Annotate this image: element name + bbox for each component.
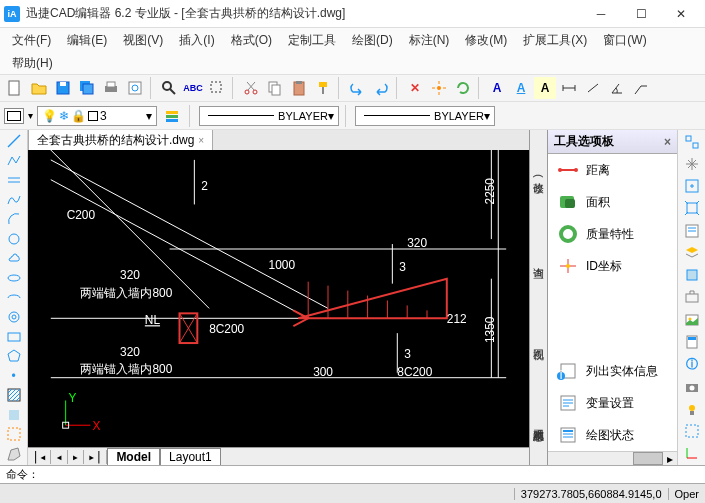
minimize-button[interactable]: ─ [581, 0, 621, 28]
menu-help[interactable]: 帮助(H) [4, 53, 61, 74]
palette-item-status[interactable]: 绘图状态 [548, 419, 677, 451]
color-picker[interactable] [4, 108, 24, 124]
layout-nav-last[interactable]: ▸| [84, 450, 107, 464]
print-button[interactable] [100, 77, 122, 99]
palette-item-list[interactable]: i 列出实体信息 [548, 355, 677, 387]
save-button[interactable] [52, 77, 74, 99]
block-button[interactable] [681, 266, 703, 285]
undo-button[interactable] [346, 77, 368, 99]
maximize-button[interactable]: ☐ [621, 0, 661, 28]
palette-item-mass[interactable]: 质量特性 [548, 218, 677, 250]
layer-manager-button[interactable] [161, 105, 183, 127]
lineweight-selector[interactable]: BYLAYER ▾ [355, 106, 495, 126]
select-rect-button[interactable] [681, 421, 703, 440]
dim-linear-button[interactable] [558, 77, 580, 99]
close-button[interactable]: ✕ [661, 0, 701, 28]
zoom-extents-button[interactable] [681, 199, 703, 218]
text-style-button[interactable]: A [510, 77, 532, 99]
cut-button[interactable] [240, 77, 262, 99]
text-A-button[interactable]: A [486, 77, 508, 99]
calc-button[interactable] [681, 332, 703, 351]
linetype-selector[interactable]: BYLAYER ▾ [199, 106, 339, 126]
layer-selector[interactable]: 💡 ❄ 🔒 3 ▾ [37, 106, 157, 126]
file-tab-close-icon[interactable]: × [198, 135, 204, 146]
saveall-button[interactable] [76, 77, 98, 99]
menu-window[interactable]: 窗口(W) [595, 30, 654, 51]
tool-palette-close-icon[interactable]: × [664, 135, 671, 149]
ellipse-tool[interactable] [2, 269, 26, 288]
menu-modify[interactable]: 修改(M) [457, 30, 515, 51]
region-tool[interactable] [2, 405, 26, 424]
new-button[interactable] [4, 77, 26, 99]
palette-item-distance[interactable]: 距离 [548, 154, 677, 186]
info-button[interactable]: ⓘ [681, 355, 703, 374]
menu-extension[interactable]: 扩展工具(X) [515, 30, 595, 51]
menu-file[interactable]: 文件(F) [4, 30, 59, 51]
light-button[interactable] [681, 399, 703, 418]
point-tool[interactable]: • [2, 366, 26, 385]
palette-item-area[interactable]: 面积 [548, 186, 677, 218]
menu-custom-tools[interactable]: 定制工具 [280, 30, 344, 51]
erase-button[interactable]: ✕ [404, 77, 426, 99]
polygon-tool[interactable] [2, 347, 26, 366]
find-button[interactable] [158, 77, 180, 99]
spline-tool[interactable] [2, 191, 26, 210]
menu-edit[interactable]: 编辑(E) [59, 30, 115, 51]
palette-scrollbar-thumb[interactable] [633, 452, 663, 465]
format-paint-button[interactable] [312, 77, 334, 99]
image-button[interactable] [681, 310, 703, 329]
osnap-button[interactable] [681, 132, 703, 151]
camera-button[interactable] [681, 377, 703, 396]
command-line[interactable]: 命令： [0, 465, 705, 483]
dim-aligned-button[interactable] [582, 77, 604, 99]
menu-draw[interactable]: 绘图(D) [344, 30, 401, 51]
explode-button[interactable] [428, 77, 450, 99]
text-bg-button[interactable]: A [534, 77, 556, 99]
open-button[interactable] [28, 77, 50, 99]
properties-button[interactable] [681, 221, 703, 240]
zoom-window-button[interactable] [681, 177, 703, 196]
menu-dimension[interactable]: 标注(N) [401, 30, 458, 51]
layout-nav-prev[interactable]: ◂ [51, 450, 67, 464]
drawing-canvas[interactable]: 2 3 3 C200 320 320 320 1000 300 212 8C20… [28, 150, 529, 447]
select-button[interactable] [206, 77, 228, 99]
leader-button[interactable] [630, 77, 652, 99]
menu-format[interactable]: 格式(O) [223, 30, 280, 51]
menu-insert[interactable]: 插入(I) [171, 30, 222, 51]
layers-button[interactable] [681, 243, 703, 262]
xref-button[interactable] [681, 288, 703, 307]
palette-item-id[interactable]: ID坐标 [548, 250, 677, 282]
circle-tool[interactable] [2, 230, 26, 249]
menu-view[interactable]: 视图(V) [115, 30, 171, 51]
copy-button[interactable] [264, 77, 286, 99]
wipeout-tool[interactable] [2, 445, 26, 464]
palette-item-setvar[interactable]: 变量设置 [548, 387, 677, 419]
layout-nav-first[interactable]: |◂ [28, 450, 51, 464]
paste-button[interactable] [288, 77, 310, 99]
ucs-button[interactable] [681, 444, 703, 463]
file-tab-active[interactable]: 全套古典拱桥的结构设计.dwg × [28, 130, 213, 151]
pan-button[interactable] [681, 154, 703, 173]
line-tool[interactable] [2, 132, 26, 151]
donut-tool[interactable] [2, 308, 26, 327]
rectangle-tool[interactable] [2, 327, 26, 346]
spell-button[interactable]: ABC [182, 77, 204, 99]
dim-angular-button[interactable] [606, 77, 628, 99]
mline-tool[interactable] [2, 171, 26, 190]
svg-text:8C200: 8C200 [209, 322, 244, 336]
redo-button[interactable] [370, 77, 392, 99]
layout-nav-next[interactable]: ▸ [68, 450, 84, 464]
polyline-tool[interactable] [2, 152, 26, 171]
arc-tool[interactable] [2, 210, 26, 229]
palette-scroll-right[interactable]: ▸ [663, 452, 677, 465]
ellipse-arc-tool[interactable] [2, 288, 26, 307]
boundary-tool[interactable] [2, 425, 26, 444]
print-preview-button[interactable] [124, 77, 146, 99]
revcloud-tool[interactable] [2, 249, 26, 268]
side-tab-modify[interactable]: 修改( [531, 174, 546, 178]
layout-tab-model[interactable]: Model [107, 448, 160, 466]
layout-tab-layout1[interactable]: Layout1 [160, 448, 221, 466]
hatch-tool[interactable] [2, 386, 26, 405]
regen-button[interactable] [452, 77, 474, 99]
svg-text:NL: NL [145, 313, 161, 327]
